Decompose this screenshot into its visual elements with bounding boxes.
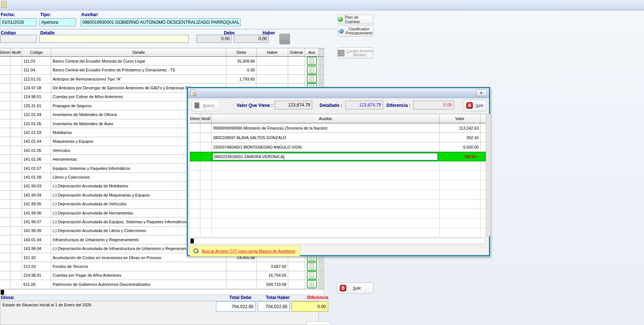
codigo-cell: 141.99.06 xyxy=(22,209,51,217)
tipo-label: Tipo: xyxy=(40,12,51,17)
modif-cell xyxy=(11,128,22,137)
dialog-table-row[interactable]: 2300374804001 MONTENEGRO ANGULO IVON9,50… xyxy=(190,142,486,152)
codigo-cell: 143.01.04 xyxy=(22,235,51,244)
dialog-salir-button[interactable]: Salir xyxy=(464,100,486,111)
cargar-asiento-modelo-button[interactable]: Cargar Asiento Modelo xyxy=(338,47,373,59)
window-top-strip xyxy=(0,0,644,11)
table-row[interactable]: 224.98.01Cuentas por Pagar de Años Anter… xyxy=(0,271,324,280)
auxiliar-cell: 9999999999996 Ministerio de Finanzas (Te… xyxy=(212,123,440,132)
elimin-cell xyxy=(0,146,11,154)
auxiliar-cell: 2300374804001 MONTENEGRO ANGULO IVON xyxy=(212,142,440,152)
modif-cell xyxy=(11,200,22,208)
auxiliar-cell: 0802108597 ALAVA SALTOS GONZALO xyxy=(212,133,440,142)
dialog-empty-row xyxy=(190,209,486,218)
column-header-ordenar[interactable]: Ordenar xyxy=(288,48,305,56)
ordenar-cell xyxy=(288,66,305,74)
codigo-cell: 141.01.07 xyxy=(22,164,51,172)
detalle-cell: Banco Central del Ecuador Moneda de Curs… xyxy=(51,57,226,65)
aux-button[interactable] xyxy=(307,75,317,83)
blank-gray-button[interactable] xyxy=(279,34,290,44)
aux-button[interactable] xyxy=(307,66,317,74)
column-header-haber[interactable]: Haber xyxy=(257,48,288,56)
column-header-modif[interactable]: Modif xyxy=(11,48,22,56)
partial-bottom-button[interactable] xyxy=(306,321,331,325)
main-grid-hscroll[interactable] xyxy=(0,289,324,295)
dialog-close-button[interactable]: × xyxy=(476,89,487,96)
dialog-column-header-modif[interactable]: Modif xyxy=(200,114,212,123)
codigo-cell: 124.97.08 xyxy=(22,83,51,92)
magnifier-icon xyxy=(193,248,199,254)
buscar-archivo-txt-button[interactable]: Buscar Archivo TXT para carga Masiva de … xyxy=(190,246,300,257)
haber-cell xyxy=(257,75,288,83)
column-header-código[interactable]: Código xyxy=(22,48,51,56)
aux-button[interactable] xyxy=(307,262,317,271)
aux-cell xyxy=(305,57,319,65)
fecha-label: Fecha: xyxy=(1,12,15,17)
plan-de-cuentas-button[interactable]: Plan de Cuentas xyxy=(338,15,373,24)
auxiliar-edit-input[interactable]: 0850223918001 ZAMORA VERONICA xyxy=(212,153,438,160)
dialog-empty-row xyxy=(190,199,486,209)
table-row[interactable]: 112.01.01Anticipos de Remuneraciones Tip… xyxy=(0,75,324,83)
modif-cell xyxy=(11,173,22,181)
detalle-input[interactable] xyxy=(39,35,189,43)
aux-cell xyxy=(305,75,319,83)
modif-cell xyxy=(11,191,22,199)
modif-cell xyxy=(11,155,22,163)
fecha-input[interactable]: 01/01/2026 xyxy=(0,18,37,26)
main-salir-button[interactable]: Salir xyxy=(336,283,374,294)
elimin-cell xyxy=(0,182,11,190)
dialog-vscrollbar[interactable] xyxy=(486,114,491,236)
dialog-column-header-valor[interactable]: Valor xyxy=(440,114,481,123)
codigo-cell: 141.99.07 xyxy=(22,217,51,226)
valor-cell: 780.00 xyxy=(439,153,478,161)
codigo-cell: 141.99.09 xyxy=(22,227,51,235)
column-header-elimin[interactable]: Elimin xyxy=(0,48,11,56)
dialog-hscroll[interactable] xyxy=(190,238,486,244)
codigo-cell: 611.09 xyxy=(22,280,51,288)
table-row[interactable]: 111.04Banco Central del Ecuador Fondos d… xyxy=(0,66,324,74)
codigo-input[interactable] xyxy=(0,35,37,43)
elimin-cell xyxy=(0,137,11,146)
modif-cell xyxy=(11,110,22,119)
aux-button[interactable] xyxy=(307,271,317,280)
ordenar-cell xyxy=(288,75,305,83)
clasificador-presupuestario-button[interactable]: Clasificador Presupuestario xyxy=(338,26,373,37)
document-icon xyxy=(310,282,314,287)
tipo-input[interactable]: Apertura xyxy=(39,18,76,26)
valor-que-viene-label: Valor Que Viene : xyxy=(237,103,272,108)
dialog-table-row[interactable]: 0802108597 ALAVA SALTOS GONZALO352.16 xyxy=(190,133,486,142)
cargar-asiento-label: Cargar Asiento Modelo xyxy=(346,49,373,57)
scroll-column-cell xyxy=(319,262,324,270)
debe-input[interactable]: 0.00 xyxy=(196,35,231,43)
document-icon xyxy=(310,59,314,64)
codigo-cell: 125.31.01 xyxy=(22,101,51,110)
aux-button[interactable] xyxy=(307,280,317,288)
auxiliar-input[interactable]: 0860019930001 GOBIERNO AUTONOMO DESCENTR… xyxy=(80,18,241,26)
debe-cell xyxy=(226,271,257,280)
dialog-column-header-elimin[interactable]: Elimin xyxy=(190,114,200,123)
column-header-detalle[interactable]: Detalle xyxy=(51,48,226,56)
dialog-column-header-auxiliar[interactable]: Auxiliar xyxy=(212,114,440,123)
scroll-column-cell xyxy=(319,66,324,74)
dialog-active-row[interactable]: 0850223918001 ZAMORA VERONICA780.00 xyxy=(190,152,486,161)
dialog-table-row[interactable]: 9999999999996 Ministerio de Finanzas (Te… xyxy=(190,123,486,133)
aux-button[interactable] xyxy=(307,57,317,65)
dialog-power-icon xyxy=(466,102,473,109)
elimin-cell xyxy=(0,253,11,262)
dialog-salir-label: Salir xyxy=(475,103,483,108)
table-row[interactable]: 212.03Fondos de Terceros3,687.60 xyxy=(0,262,324,271)
haber-input[interactable]: 0.00 xyxy=(234,35,269,43)
auxiliares-table: EliminModifAuxiliarValor9999999999996 Mi… xyxy=(190,114,486,238)
table-row[interactable]: 111.03Banco Central del Ecuador Moneda d… xyxy=(0,57,324,66)
document-icon xyxy=(310,67,314,72)
nuevo-button[interactable]: Nuevo xyxy=(191,100,220,111)
scroll-column-cell xyxy=(319,280,324,288)
column-header-debe[interactable]: Debe xyxy=(226,48,257,56)
column-header-aux[interactable]: Aux xyxy=(305,48,319,56)
detallado-label: Detallado : xyxy=(320,103,342,108)
dialog-empty-row xyxy=(190,180,486,190)
total-haber-label: Total Haber xyxy=(266,295,290,300)
table-row[interactable]: 611.09Patrimonio de Gobiernos Autónomos … xyxy=(0,280,324,289)
elimin-cell xyxy=(190,123,200,132)
elimin-cell xyxy=(0,155,11,163)
